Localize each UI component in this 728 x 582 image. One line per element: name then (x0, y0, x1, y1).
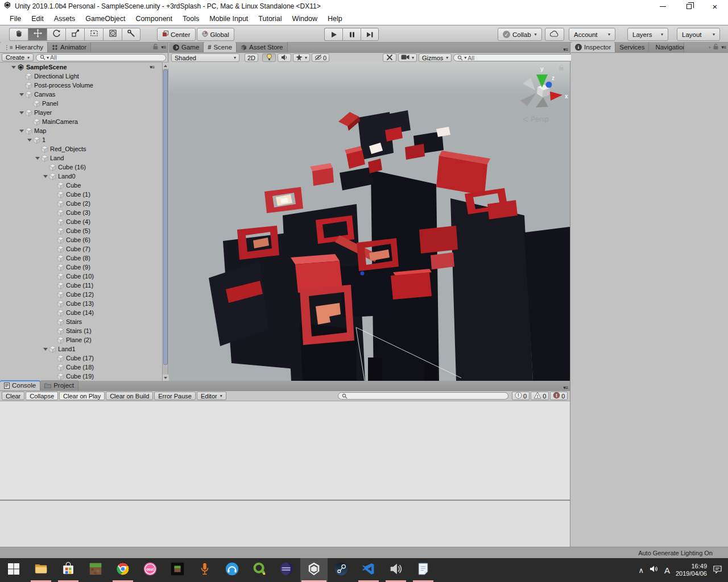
taskbar-volume-mixer[interactable] (382, 558, 410, 582)
hierarchy-item-stairs-1[interactable]: Stairs (1) (0, 326, 162, 335)
close-button[interactable]: × (702, 0, 728, 13)
tray-clock[interactable]: 16:49 2019/04/06 (676, 563, 707, 577)
taskbar-vscode[interactable] (355, 558, 382, 582)
hierarchy-item-cube-19[interactable]: Cube (19) (0, 372, 162, 381)
hierarchy-tab-animator[interactable]: Animator (48, 42, 91, 52)
scene-fx-dropdown[interactable]: ▾ (293, 53, 310, 62)
account-dropdown[interactable]: Account▾ (569, 28, 615, 41)
taskbar-chrome[interactable] (109, 558, 136, 582)
hierarchy-item-cube-4[interactable]: Cube (4) (0, 217, 162, 226)
hierarchy-item-cube-12[interactable]: Cube (12) (0, 290, 162, 299)
hierarchy-item-cube-7[interactable]: Cube (7) (0, 244, 162, 253)
console-warning-counter[interactable]: !0 (531, 392, 549, 400)
taskbar-qgis[interactable] (246, 558, 273, 582)
hierarchy-item-land1[interactable]: Land1 (0, 344, 162, 354)
console-error-counter[interactable]: !0 (550, 392, 568, 400)
inspector-tab-services[interactable]: Services (615, 42, 649, 52)
tray-volume-icon[interactable] (650, 565, 659, 575)
hierarchy-item-red-objects[interactable]: Red_Objects (0, 144, 162, 153)
inspector-tab-navigation[interactable]: Navigation (649, 42, 684, 52)
play-button[interactable] (324, 28, 342, 41)
console-info-counter[interactable]: !0 (512, 392, 530, 400)
hierarchy-item-maincamera[interactable]: MainCamera (0, 117, 162, 126)
foldout-arrow[interactable] (18, 93, 25, 96)
hierarchy-item-1[interactable]: 1 (0, 135, 162, 144)
taskbar-headphones-app[interactable] (218, 558, 246, 582)
inspector-lock-icon[interactable] (713, 42, 719, 52)
transform-tool-button[interactable] (103, 28, 122, 41)
taskbar-notepad[interactable] (410, 558, 437, 582)
foldout-arrow[interactable] (18, 130, 25, 132)
hierarchy-scene-root[interactable]: SampleScene▾≡ (0, 63, 162, 72)
hierarchy-item-map[interactable]: Map (0, 126, 162, 135)
hierarchy-tab-hierarchy[interactable]: ⋮≡Hierarchy (0, 42, 48, 52)
menu-edit[interactable]: Edit (26, 13, 49, 25)
scene-tab-scene[interactable]: #Scene (204, 42, 237, 52)
hierarchy-item-canvas[interactable]: Canvas (0, 90, 162, 99)
taskbar-microphone[interactable] (191, 558, 218, 582)
hierarchy-item-cube-5[interactable]: Cube (5) (0, 226, 162, 235)
hierarchy-item-directional-light[interactable]: Directional Light (0, 72, 162, 81)
scene-search-input[interactable]: ▾ All (453, 54, 574, 61)
foldout-arrow[interactable] (34, 157, 41, 160)
scene-camera-dropdown[interactable]: ▾ (398, 53, 417, 62)
rect-tool-button[interactable] (84, 28, 103, 41)
taskbar-microsoft-store[interactable] (55, 558, 82, 582)
restore-button[interactable] (676, 0, 702, 13)
scroll-down-arrow[interactable] (163, 375, 168, 381)
scrollbar-thumb[interactable] (163, 69, 168, 365)
menu-file[interactable]: File (5, 13, 26, 25)
menu-help[interactable]: Help (322, 13, 348, 25)
hierarchy-item-cube-9[interactable]: Cube (9) (0, 263, 162, 272)
scroll-up-arrow[interactable] (163, 63, 168, 69)
hierarchy-scrollbar[interactable] (162, 63, 168, 381)
inspector-pane-menu[interactable]: ▾≡ (721, 44, 726, 50)
console-pane-menu[interactable]: ▾≡ (563, 385, 568, 390)
console-search-input[interactable] (338, 392, 508, 400)
foldout-arrow[interactable] (18, 111, 25, 114)
scene-root-menu[interactable]: ▾≡ (150, 64, 162, 70)
hierarchy-item-cube-8[interactable]: Cube (8) (0, 253, 162, 263)
hierarchy-item-cube-17[interactable]: Cube (17) (0, 354, 162, 363)
foldout-arrow[interactable] (26, 139, 33, 142)
console-editor-button[interactable]: Editor▾ (197, 392, 226, 400)
ime-indicator[interactable]: A (664, 566, 670, 575)
hierarchy-item-plane-2[interactable]: Plane (2) (0, 335, 162, 344)
move-tool-button[interactable] (28, 28, 47, 41)
taskbar-minecraft[interactable] (82, 558, 109, 582)
console-tab-project[interactable]: Project (40, 380, 78, 390)
scene-pane-menu[interactable]: ▾≡ (563, 47, 568, 52)
hierarchy-pane-menu[interactable]: ▾≡ (161, 44, 166, 50)
hierarchy-item-cube-3[interactable]: Cube (3) (0, 208, 162, 217)
menu-mobile-input[interactable]: Mobile Input (204, 13, 253, 25)
taskbar-file-explorer[interactable] (27, 558, 55, 582)
console-clear-on-build-button[interactable]: Clear on Build (106, 392, 153, 400)
taskbar-osu[interactable]: osu! (136, 558, 164, 582)
draw-mode-dropdown[interactable]: Shaded▾ (171, 53, 239, 62)
hierarchy-item-cube-13[interactable]: Cube (13) (0, 299, 162, 308)
hierarchy-item-panel[interactable]: Panel (0, 99, 162, 108)
scene-tools-button[interactable] (383, 53, 396, 62)
custom-tool-button[interactable] (122, 28, 140, 41)
scene-lighting-toggle[interactable] (262, 53, 276, 62)
create-button[interactable]: Create▾ (2, 53, 34, 61)
hierarchy-item-cube[interactable]: Cube (0, 181, 162, 190)
foldout-arrow[interactable] (10, 66, 17, 69)
menu-component[interactable]: Component (130, 13, 177, 25)
layers-dropdown[interactable]: Layers▾ (627, 28, 668, 41)
hierarchy-item-cube-16[interactable]: Cube (16) (0, 163, 162, 172)
scene-viewport[interactable]: y z x Persp (169, 62, 570, 381)
hierarchy-item-player[interactable]: Player (0, 108, 162, 117)
pivot-toggle-button[interactable]: Center (157, 28, 196, 41)
minimize-button[interactable] (650, 0, 676, 13)
hierarchy-item-cube-11[interactable]: Cube (11) (0, 281, 162, 290)
inspector-tab-inspector[interactable]: iInspector (571, 42, 615, 52)
collab-button[interactable]: ✓ Collab▾ (498, 28, 542, 41)
menu-tutorial[interactable]: Tutorial (253, 13, 287, 25)
hand-tool-button[interactable] (9, 28, 28, 41)
taskbar-eclipse[interactable] (273, 558, 300, 582)
taskbar-steam[interactable] (328, 558, 355, 582)
console-tab-console[interactable]: Console (0, 380, 40, 390)
hierarchy-item-post-process-volume[interactable]: Post-process Volume (0, 81, 162, 90)
menu-assets[interactable]: Assets (49, 13, 81, 25)
